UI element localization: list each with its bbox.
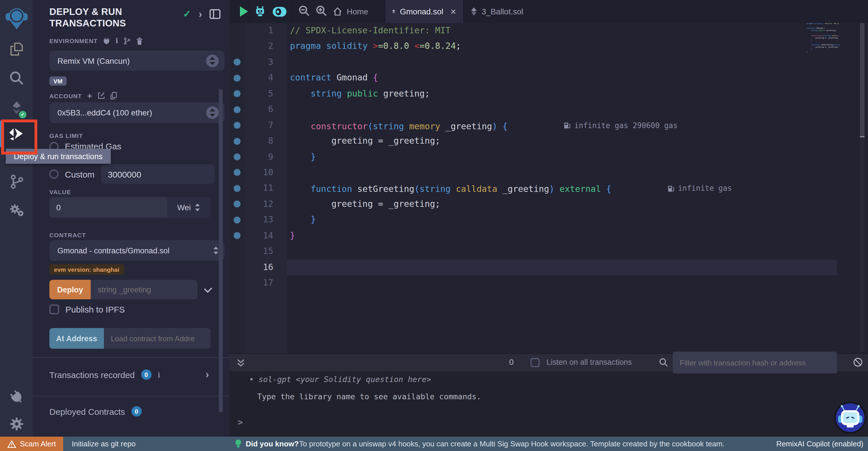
line-number: 3 bbox=[243, 55, 273, 71]
zoom-in-icon[interactable] bbox=[316, 5, 327, 17]
expand-terminal-icon[interactable] bbox=[237, 359, 245, 367]
sidebar-plugin-gears-icon[interactable] bbox=[0, 197, 33, 224]
publish-ipfs-checkbox[interactable] bbox=[50, 305, 59, 314]
deploy-row: Deploy bbox=[50, 280, 211, 299]
chevron-right-icon[interactable]: › bbox=[198, 10, 202, 18]
deploy-param-input[interactable] bbox=[91, 280, 197, 299]
minimap-line bbox=[807, 55, 840, 58]
code-text: } bbox=[290, 212, 316, 228]
line-marker-dot[interactable] bbox=[234, 201, 241, 208]
editor-scrollbar-thumb[interactable] bbox=[860, 21, 865, 137]
git-init-button[interactable]: Initialize as git repo bbox=[72, 439, 136, 448]
code-line: 9 } bbox=[229, 149, 868, 165]
line-marker-dot[interactable] bbox=[234, 217, 241, 224]
terminal-prompt[interactable]: > bbox=[238, 417, 243, 427]
tab-gmonad-sol[interactable]: Gmonad.sol ✕ bbox=[384, 0, 464, 23]
code-token: greeting = _greeting; bbox=[290, 136, 440, 146]
select-arrows-icon bbox=[206, 54, 219, 67]
copilot-status[interactable]: RemixAI Copilot (enabled) bbox=[776, 439, 863, 448]
value-input[interactable] bbox=[50, 197, 167, 218]
filter-transactions-input[interactable] bbox=[673, 351, 837, 373]
line-number: 7 bbox=[243, 117, 273, 133]
sidebar-search-icon[interactable] bbox=[0, 65, 33, 91]
deployed-contracts-row[interactable]: Deployed Contracts 0 bbox=[50, 406, 211, 417]
line-marker-dot[interactable] bbox=[234, 122, 241, 129]
code-line: 12 greeting = _greeting; bbox=[229, 196, 868, 212]
fork-icon[interactable] bbox=[124, 37, 131, 45]
line-marker-dot[interactable] bbox=[234, 138, 241, 144]
panel-title: DEPLOY & RUN TRANSACTIONS bbox=[50, 6, 181, 29]
sidebar-plug-icon[interactable] bbox=[0, 384, 33, 410]
edit-icon[interactable] bbox=[98, 92, 105, 100]
code-line: 4contract Gmonad { bbox=[229, 71, 868, 86]
minimap-line: greeting = _greeting; bbox=[807, 46, 840, 48]
code-token: external bbox=[559, 184, 606, 195]
at-address-button[interactable]: At Address bbox=[50, 328, 104, 349]
plus-icon[interactable]: + bbox=[87, 93, 92, 98]
custom-gas-input[interactable] bbox=[101, 164, 214, 184]
panel-header-icons: ✓ › bbox=[183, 8, 221, 20]
code-token bbox=[290, 121, 311, 132]
sidebar-git-branch-icon[interactable] bbox=[0, 168, 33, 195]
chevron-down-icon[interactable] bbox=[204, 284, 212, 292]
custom-gas-radio[interactable] bbox=[50, 169, 59, 179]
environment-select[interactable]: Remix VM (Cancun) bbox=[50, 51, 224, 71]
sidebar-settings-gear-icon[interactable] bbox=[0, 411, 33, 437]
deployed-contracts-label: Deployed Contracts bbox=[50, 406, 125, 416]
sidebar-file-explorer-icon[interactable] bbox=[0, 36, 33, 63]
publish-ipfs-row[interactable]: Publish to IPFS bbox=[50, 305, 211, 314]
code-line: 3 bbox=[229, 55, 868, 71]
line-marker-dot[interactable] bbox=[234, 232, 241, 239]
code-token: < bbox=[414, 41, 420, 51]
contract-select[interactable]: Gmonad - contracts/Gmonad.sol bbox=[50, 240, 224, 261]
clear-console-icon[interactable] bbox=[853, 357, 863, 367]
line-marker-dot[interactable] bbox=[234, 185, 241, 192]
info-icon[interactable]: i bbox=[115, 37, 118, 45]
chevron-right-icon[interactable]: › bbox=[206, 371, 209, 378]
sidebar-solidity-compiler-icon[interactable]: ✓ bbox=[0, 94, 33, 121]
minimap[interactable]: // SPDX-License-Identifier: MITpragma so… bbox=[807, 20, 840, 66]
close-icon[interactable]: ✕ bbox=[450, 7, 456, 16]
line-marker-dot[interactable] bbox=[234, 59, 241, 66]
code-text: pragma solidity >=0.8.0 <=0.8.24; bbox=[290, 39, 461, 55]
tab-home[interactable]: Home bbox=[326, 0, 375, 23]
transactions-recorded-row[interactable]: Transactions recorded 0 i › bbox=[50, 369, 222, 380]
sidebar-deploy-run-icon[interactable] bbox=[0, 121, 33, 147]
run-script-button[interactable] bbox=[240, 6, 248, 17]
plug-icon[interactable] bbox=[103, 37, 110, 45]
tab-ballot-sol[interactable]: 3_Ballot.sol bbox=[464, 0, 530, 23]
info-icon[interactable]: i bbox=[158, 370, 160, 379]
copy-icon[interactable] bbox=[110, 92, 117, 100]
gas-estimate-annotation: infinite gas 290600 gas bbox=[564, 117, 678, 133]
pin-panel-icon[interactable] bbox=[210, 9, 220, 19]
line-marker-dot[interactable] bbox=[234, 75, 241, 82]
at-address-row: At Address bbox=[50, 328, 211, 349]
solidity-icon bbox=[471, 7, 477, 16]
at-address-input[interactable] bbox=[104, 328, 211, 349]
editor-tabbar: Home Gmonad.sol ✕ 3_Ballot.sol bbox=[229, 0, 868, 23]
listen-all-checkbox[interactable] bbox=[530, 358, 539, 367]
line-number: 13 bbox=[243, 212, 273, 228]
account-select[interactable]: 0x5B3...eddC4 (100 ether) bbox=[50, 102, 224, 123]
trash-icon[interactable] bbox=[136, 37, 143, 45]
ai-robot-icon[interactable] bbox=[254, 5, 267, 18]
tip-text: To prototype on a uniswap v4 hooks, you … bbox=[299, 439, 724, 448]
copilot-avatar[interactable] bbox=[833, 400, 867, 435]
line-marker-dot[interactable] bbox=[234, 153, 241, 160]
line-marker-dot[interactable] bbox=[234, 106, 241, 113]
line-marker-dot[interactable] bbox=[234, 90, 241, 97]
copilot-toggle-icon[interactable] bbox=[272, 6, 287, 17]
code-token: greeting = _greeting; bbox=[290, 199, 440, 209]
value-unit-select[interactable]: Wei bbox=[167, 197, 211, 218]
line-marker-dot[interactable] bbox=[234, 169, 241, 176]
sidebar-remix-logo-icon[interactable] bbox=[0, 5, 33, 31]
minimap-line: } bbox=[807, 51, 840, 53]
evm-version-badge: evm version: shanghai bbox=[50, 264, 124, 275]
scam-alert-button[interactable]: Scam Alert bbox=[0, 436, 63, 451]
line-number: 8 bbox=[243, 133, 273, 149]
zoom-out-icon[interactable] bbox=[299, 5, 310, 17]
panel-scrollbar[interactable] bbox=[219, 89, 223, 413]
divider bbox=[291, 0, 292, 23]
deploy-button[interactable]: Deploy bbox=[50, 280, 91, 299]
home-icon bbox=[333, 7, 342, 16]
